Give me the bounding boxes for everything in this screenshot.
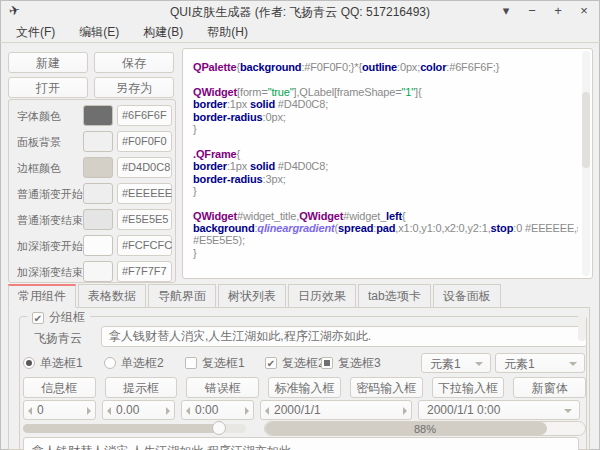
color-row: 加深渐变开始#FCFCFC	[9, 235, 175, 256]
code-token: }	[193, 123, 197, 135]
dialog-button-7[interactable]: 新窗体	[513, 377, 586, 398]
checkbox[interactable]: ✔	[265, 357, 277, 369]
color-swatch-button[interactable]	[83, 157, 113, 178]
window-menu-button[interactable]: ▾	[493, 0, 519, 22]
code-line: QWidget[form="true"],QLabel[frameShape="…	[193, 86, 578, 98]
spin-up-icon[interactable]	[166, 407, 170, 415]
motto-input[interactable]: 拿人钱财替人消灾,人生江湖如此,程序江湖亦如此.	[101, 326, 587, 347]
textedit-scrollbar[interactable]	[578, 311, 586, 341]
tab-6[interactable]: tab选项卡	[358, 284, 431, 308]
code-token: solid	[250, 160, 275, 172]
spin-down-icon[interactable]	[186, 407, 190, 415]
dialog-button-2[interactable]: 提示框	[105, 377, 178, 398]
combo-value: 元素1	[504, 356, 535, 373]
spinbox-3[interactable]: 0:00	[181, 400, 254, 420]
window-controls: ▾−+×	[493, 0, 597, 22]
close-button[interactable]: ×	[571, 0, 597, 22]
menu-item-3[interactable]: 构建(B)	[131, 22, 195, 42]
tab-1[interactable]: 常用组件	[8, 284, 76, 308]
color-label: 普通渐变开始	[17, 187, 83, 202]
checkbox[interactable]	[185, 357, 197, 369]
title-bar[interactable]: ✈ QUI皮肤生成器 (作者: 飞扬青云 QQ: 517216493) ▾−+×	[0, 0, 600, 22]
code-token: left	[386, 210, 402, 222]
tab-2[interactable]: 表格数据	[78, 284, 146, 308]
tab-3[interactable]: 导航界面	[148, 284, 216, 308]
menu-item-1[interactable]: 文件(F)	[4, 22, 67, 42]
color-hex-field[interactable]: #F7F7F7	[117, 261, 172, 282]
code-token: QWidget	[193, 272, 237, 274]
combo-box[interactable]: 元素1	[421, 353, 491, 373]
minimize-button[interactable]: −	[519, 0, 545, 22]
dialog-button-1[interactable]: 信息框	[23, 377, 96, 398]
spinbox-value[interactable]: 2000/1/1	[274, 403, 321, 417]
spin-up-icon[interactable]	[245, 407, 249, 415]
color-swatch-button[interactable]	[83, 235, 113, 256]
checkbox[interactable]	[321, 357, 333, 369]
code-line: QWidget#widget_bottom{	[193, 272, 578, 274]
editor-scrollbar[interactable]	[582, 51, 590, 276]
editor-scrollbar-thumb[interactable]	[582, 92, 590, 169]
code-token: solid	[250, 98, 275, 110]
code-line: border:1px solid #D4D0C8;	[193, 160, 578, 172]
code-token: [form=	[237, 86, 268, 98]
dialog-button-3[interactable]: 错误框	[186, 377, 259, 398]
color-swatch-button[interactable]	[83, 105, 113, 126]
color-swatch-button[interactable]	[83, 183, 113, 204]
dialog-button-6[interactable]: 下拉输入框	[432, 377, 505, 398]
text-edit[interactable]: 拿人钱财替人消灾,人生江湖如此,程序江湖亦如此.	[23, 437, 579, 450]
color-hex-field[interactable]: #EEEEEE	[117, 183, 172, 204]
menu-item-2[interactable]: 编辑(E)	[67, 22, 131, 42]
file-button-1[interactable]: 新建	[8, 52, 88, 73]
groupbox-checkbox[interactable]: ✔	[32, 312, 44, 324]
spin-down-icon[interactable]	[107, 407, 111, 415]
slider[interactable]	[23, 421, 246, 436]
spinbox-2[interactable]: 0.00	[102, 400, 175, 420]
combo-box[interactable]: 元素1	[495, 353, 585, 373]
spin-down-icon[interactable]	[265, 407, 269, 415]
spin-down-icon[interactable]	[28, 407, 32, 415]
radio-button[interactable]	[23, 357, 35, 369]
dialog-button-5[interactable]: 密码输入框	[350, 377, 423, 398]
color-label: 加深渐变结束	[17, 265, 83, 280]
tab-7[interactable]: 设备面板	[433, 284, 501, 308]
color-hex-field[interactable]: #D4D0C8	[117, 157, 172, 178]
color-swatch-button[interactable]	[83, 209, 113, 230]
code-token: bottom	[280, 272, 316, 274]
progress-label: 88%	[265, 423, 585, 435]
color-hex-field[interactable]: #F0F0F0	[117, 131, 172, 152]
tab-pane: ✔ 分组框 飞扬青云 拿人钱财替人消灾,人生江湖如此,程序江湖亦如此. 单选框1…	[8, 307, 590, 450]
spinbox-value[interactable]: 2000/1/1 0:00	[427, 403, 500, 417]
color-label: 加深渐变开始	[17, 239, 83, 254]
code-content: QPalette{background:#F0F0F0;}*{outline:0…	[193, 61, 578, 274]
color-hex-field[interactable]: #6F6F6F	[117, 105, 172, 126]
spinbox-1[interactable]: 0	[23, 400, 96, 420]
file-button-4[interactable]: 另存为	[94, 77, 174, 98]
spin-up-icon[interactable]	[403, 407, 407, 415]
spin-up-icon[interactable]	[87, 407, 91, 415]
spinbox-4[interactable]: 2000/1/1	[260, 400, 412, 420]
chevron-down-icon[interactable]	[564, 409, 572, 413]
tab-5[interactable]: 日历效果	[288, 284, 356, 308]
code-token: .QFrame	[193, 148, 237, 160]
groupbox-legend[interactable]: ✔ 分组框	[27, 309, 90, 326]
file-button-2[interactable]: 保存	[94, 52, 174, 73]
color-hex-field[interactable]: #E5E5E5	[117, 209, 172, 230]
color-swatch-button[interactable]	[83, 261, 113, 282]
code-token: "1"	[402, 86, 415, 98]
menu-item-4[interactable]: 帮助(H)	[195, 22, 260, 42]
spinbox-5[interactable]: 2000/1/1 0:00	[418, 400, 580, 420]
color-hex-field[interactable]: #FCFCFC	[117, 235, 172, 256]
spinbox-value[interactable]: 0.00	[116, 403, 139, 417]
qss-code-editor[interactable]: QPalette{background:#F0F0F0;}*{outline:0…	[182, 48, 593, 279]
code-line	[193, 73, 578, 85]
code-token: background	[240, 61, 301, 73]
dialog-button-4[interactable]: 标准输入框	[268, 377, 341, 398]
spinbox-value[interactable]: 0:00	[195, 403, 218, 417]
color-swatch-button[interactable]	[83, 131, 113, 152]
radio-button[interactable]	[104, 357, 116, 369]
file-button-3[interactable]: 打开	[8, 77, 88, 98]
spinbox-value[interactable]: 0	[37, 403, 44, 417]
maximize-button[interactable]: +	[545, 0, 571, 22]
tab-4[interactable]: 树状列表	[218, 284, 286, 308]
code-token: {	[316, 272, 320, 274]
